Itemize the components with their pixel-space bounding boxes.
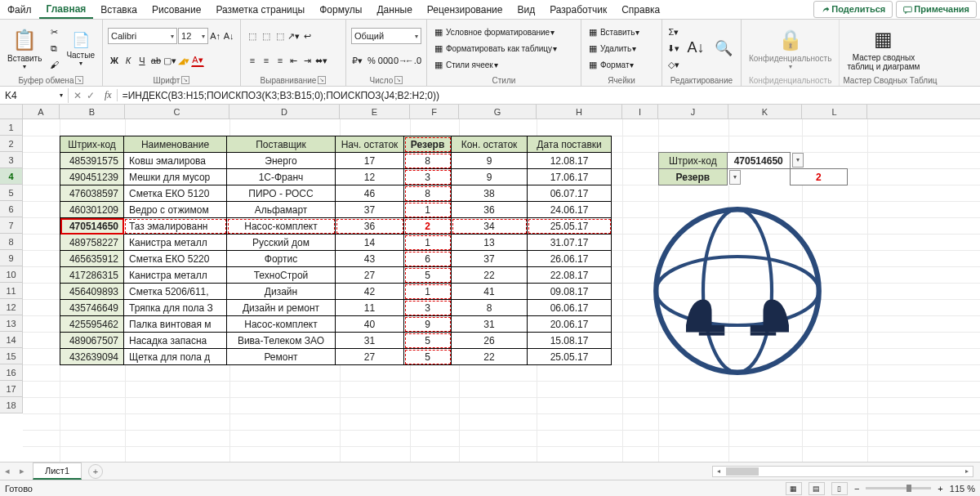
table-cell[interactable]: 8 — [404, 153, 452, 169]
font-color-button[interactable]: A▾ — [191, 54, 204, 67]
row-header-11[interactable]: 11 — [0, 283, 23, 299]
orientation-icon[interactable]: ↗▾ — [287, 29, 301, 42]
clear-icon[interactable]: ◇▾ — [667, 58, 680, 71]
table-cell[interactable]: Дизайн — [227, 284, 336, 300]
name-box[interactable]: K4▾ — [0, 88, 69, 103]
table-cell[interactable]: 31.07.17 — [528, 235, 612, 251]
zoom-slider[interactable] — [866, 487, 931, 489]
align-center-icon[interactable]: ≡ — [260, 54, 273, 67]
font-name-combo[interactable]: Calibri▾ — [108, 28, 177, 44]
table-cell[interactable]: 9 — [452, 169, 528, 185]
row-header-14[interactable]: 14 — [0, 332, 23, 348]
table-cell[interactable]: 06.06.17 — [528, 300, 612, 316]
col-header-C[interactable]: C — [125, 105, 229, 118]
table-cell[interactable]: 5 — [404, 349, 452, 365]
table-cell[interactable]: 489067507 — [60, 333, 124, 349]
table-cell[interactable]: Щетка для пола д — [124, 349, 227, 365]
table-cell[interactable]: 8 — [404, 185, 452, 202]
row-header-7[interactable]: 7 — [0, 217, 23, 234]
zoom-in-icon[interactable]: + — [938, 484, 942, 494]
table-cell[interactable]: Ковш эмалирова — [124, 153, 227, 169]
inc-decimal-icon[interactable]: .0→ — [393, 54, 406, 67]
table-cell[interactable]: Насадка запасна — [124, 333, 227, 349]
table-cell[interactable]: 34 — [452, 218, 528, 235]
table-cell[interactable]: 3 — [404, 300, 452, 316]
table-cell[interactable]: 17.06.17 — [528, 169, 612, 185]
border-button[interactable]: ▢▾ — [163, 54, 176, 67]
table-cell[interactable]: 42 — [336, 284, 404, 300]
format-painter-icon[interactable]: 🖌 — [47, 58, 60, 71]
table-cell[interactable]: Тряпка для пола З — [124, 300, 227, 316]
row-header-12[interactable]: 12 — [0, 299, 23, 315]
zoom-level[interactable]: 115 % — [950, 484, 975, 494]
table-cell[interactable]: Канистра металл — [124, 267, 227, 284]
menu-layout[interactable]: Разметка страницы — [208, 2, 312, 18]
table-cell[interactable]: 460301209 — [60, 202, 124, 218]
row-header-2[interactable]: 2 — [0, 136, 23, 152]
row-header-17[interactable]: 17 — [0, 381, 23, 397]
lookup-code-value[interactable]: 470514650 — [727, 153, 790, 169]
view-layout-icon[interactable]: ▤ — [808, 482, 825, 495]
table-cell[interactable]: 27 — [336, 349, 404, 365]
table-cell[interactable]: 25.05.17 — [528, 218, 612, 235]
align-left-icon[interactable]: ≡ — [246, 54, 259, 67]
row-header-16[interactable]: 16 — [0, 364, 23, 381]
align-expand[interactable]: ↘ — [318, 76, 326, 84]
menu-insert[interactable]: Вставка — [93, 2, 145, 18]
align-mid-icon[interactable]: ⬚ — [260, 29, 273, 42]
clipboard-expand[interactable]: ↘ — [75, 76, 83, 84]
fx-icon[interactable]: fx — [100, 89, 118, 101]
share-button[interactable]: Поделиться — [813, 1, 893, 18]
font-expand[interactable]: ↘ — [181, 76, 189, 84]
align-top-icon[interactable]: ⬚ — [246, 29, 259, 42]
menu-help[interactable]: Справка — [614, 2, 667, 18]
table-cell[interactable]: 1 — [404, 235, 452, 251]
wrap-text-icon[interactable]: ↩ — [301, 29, 314, 42]
table-cell[interactable]: 456409893 — [60, 284, 124, 300]
col-header-A[interactable]: A — [23, 105, 60, 118]
col-header-F[interactable]: F — [410, 105, 459, 118]
table-cell[interactable]: Сметка 5206/611, — [124, 284, 227, 300]
table-cell[interactable]: 1 — [404, 284, 452, 300]
table-cell[interactable]: 41 — [452, 284, 528, 300]
tab-nav-prev[interactable]: ◂ — [0, 466, 15, 476]
table-cell[interactable]: 465635912 — [60, 251, 124, 267]
horizontal-scrollbar[interactable]: ◂ ▸ — [712, 466, 973, 477]
table-cell[interactable]: 22 — [452, 267, 528, 284]
table-cell[interactable]: 476038597 — [60, 185, 124, 202]
strike-button[interactable]: ab — [149, 54, 163, 67]
data-table[interactable]: Штрих-кодНаименованиеПоставщикНач. остат… — [60, 136, 612, 365]
comma-icon[interactable]: 000 — [379, 54, 392, 67]
number-expand[interactable]: ↘ — [394, 76, 403, 84]
table-cell[interactable]: 24.06.17 — [528, 202, 612, 218]
pivot-wizard-button[interactable]: ▦Мастер сводныхтаблиц и диаграмм — [843, 25, 924, 73]
table-cell[interactable]: 06.07.17 — [528, 185, 612, 202]
table-cell[interactable]: 20.06.17 — [528, 316, 612, 333]
table-cell[interactable]: 38 — [452, 185, 528, 202]
table-cell[interactable]: 470514650 — [60, 218, 124, 235]
shrink-font-icon[interactable]: A↓ — [222, 29, 235, 42]
table-cell[interactable]: Насос-комплект — [227, 218, 336, 235]
sensitive-button[interactable]: 📄Частые▾ — [62, 29, 99, 69]
indent-dec-icon[interactable]: ⇤ — [287, 54, 301, 67]
table-cell[interactable]: ТехноСтрой — [227, 267, 336, 284]
lookup-result-cell[interactable]: 2 — [790, 169, 847, 185]
delete-cells-button[interactable]: ▦Удалить ▾ — [586, 41, 657, 56]
formula-input[interactable]: =ИНДЕКС(B3:H15;ПОИСКПОЗ(K3;B3:B15;0);ПОИ… — [118, 88, 980, 103]
scroll-right-icon[interactable]: ▸ — [961, 467, 973, 476]
table-cell[interactable]: Мешки для мусор — [124, 169, 227, 185]
lookup-code-dropdown[interactable]: ▾ — [792, 153, 804, 168]
tab-nav-next[interactable]: ▸ — [15, 466, 29, 476]
table-cell[interactable]: Дизайн и ремонт — [227, 300, 336, 316]
table-cell[interactable]: Энерго — [227, 153, 336, 169]
row-header-6[interactable]: 6 — [0, 201, 23, 217]
table-cell[interactable]: ПИРО - РОСС — [227, 185, 336, 202]
scroll-left-icon[interactable]: ◂ — [713, 467, 724, 476]
sheet-tab-1[interactable]: Лист1 — [33, 462, 82, 480]
add-sheet-button[interactable]: + — [88, 464, 103, 479]
table-cell[interactable]: Фортис — [227, 251, 336, 267]
table-cell[interactable]: Насос-комплект — [227, 316, 336, 333]
select-all-corner[interactable] — [0, 105, 23, 118]
number-format-combo[interactable]: Общий▾ — [351, 28, 421, 44]
row-header-5[interactable]: 5 — [0, 185, 23, 201]
